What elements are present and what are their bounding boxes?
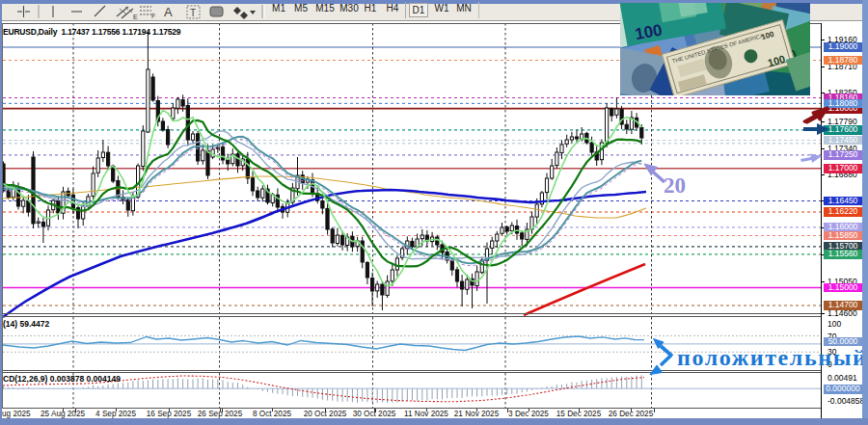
svg-text:20: 20 bbox=[664, 173, 686, 198]
